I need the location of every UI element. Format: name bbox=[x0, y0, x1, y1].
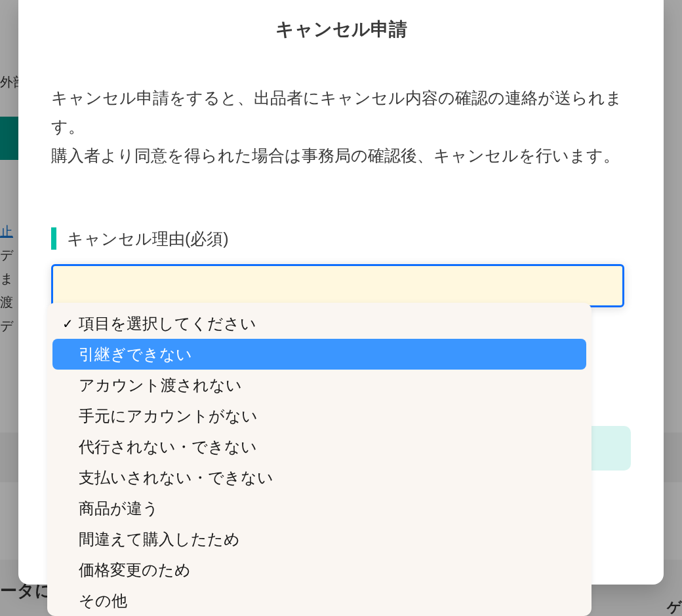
modal-description-line: 購入者より同意を得られた場合は事務局の確認後、キャンセルを行います。 bbox=[51, 146, 620, 164]
reason-option[interactable]: 支払いされない・できない bbox=[52, 462, 586, 493]
reason-section-label: キャンセル理由(必須) bbox=[67, 228, 229, 250]
reason-option[interactable]: 代行されない・できない bbox=[52, 431, 586, 462]
reason-select-wrapper bbox=[51, 264, 624, 307]
reason-option-placeholder[interactable]: ✓項目を選択してください bbox=[52, 308, 586, 339]
reason-select[interactable] bbox=[51, 264, 624, 307]
reason-option-label: 商品が違う bbox=[79, 498, 159, 519]
reason-option-label: アカウント渡されない bbox=[79, 375, 242, 396]
reason-option[interactable]: 間違えて購入したため bbox=[52, 524, 586, 554]
reason-option-label: 手元にアカウントがない bbox=[79, 406, 258, 427]
modal-body: キャンセル申請をすると、出品者にキャンセル内容の確認の連絡が送られます。 購入者… bbox=[18, 45, 664, 307]
section-accent-bar bbox=[51, 227, 56, 250]
reason-option-label: 代行されない・できない bbox=[79, 436, 257, 457]
reason-option[interactable]: 引継ぎできない bbox=[52, 339, 586, 370]
reason-option-label: 価格変更のため bbox=[79, 560, 191, 581]
reason-option-label: 項目を選択してください bbox=[79, 313, 256, 334]
reason-option[interactable]: 商品が違う bbox=[52, 493, 586, 524]
modal-title: キャンセル申請 bbox=[18, 13, 664, 45]
reason-option-label: その他 bbox=[79, 590, 127, 611]
reason-option-label: 間違えて購入したため bbox=[79, 529, 240, 550]
reason-option-label: 引継ぎできない bbox=[79, 344, 192, 365]
modal-description-line: キャンセル申請をすると、出品者にキャンセル内容の確認の連絡が送られます。 bbox=[51, 88, 622, 136]
reason-section-header: キャンセル理由(必須) bbox=[51, 227, 624, 250]
reason-option[interactable]: アカウント渡されない bbox=[52, 370, 586, 400]
checkmark-icon: ✓ bbox=[59, 316, 76, 332]
reason-option[interactable]: 価格変更のため bbox=[52, 554, 586, 585]
reason-option-label: 支払いされない・できない bbox=[79, 467, 273, 488]
reason-option[interactable]: 手元にアカウントがない bbox=[52, 400, 586, 431]
modal-description: キャンセル申請をすると、出品者にキャンセル内容の確認の連絡が送られます。 購入者… bbox=[51, 84, 624, 170]
reason-option[interactable]: その他 bbox=[52, 585, 586, 616]
reason-options-list[interactable]: ✓項目を選択してください引継ぎできないアカウント渡されない手元にアカウントがない… bbox=[47, 303, 592, 616]
